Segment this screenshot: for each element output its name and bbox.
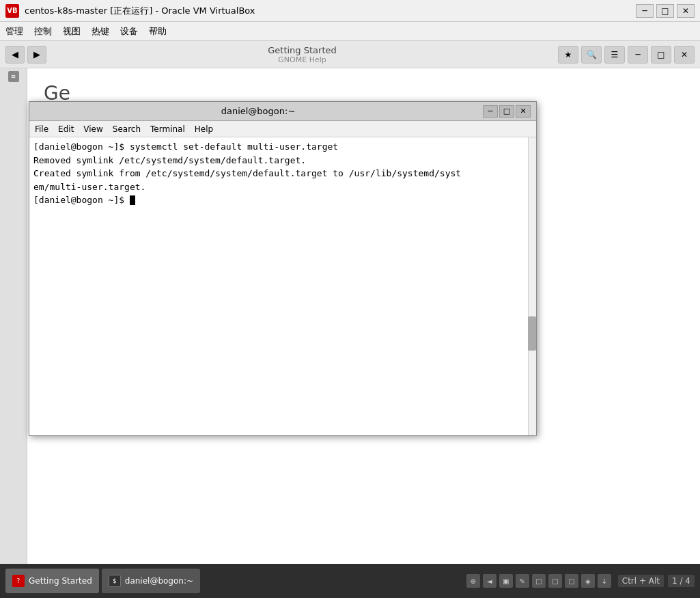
taskbar-right: ⊕ ◄ ▣ ✎ □ □ □ ◈ ↓ Ctrl + Alt 1 / 4 (466, 574, 695, 588)
tray-icon-7[interactable]: □ (565, 574, 578, 588)
help-sidebar-strip: ≡ (0, 68, 27, 564)
sidebar-strip-icon: ≡ (8, 71, 19, 82)
help-minimize-button[interactable]: ─ (628, 46, 648, 64)
help-maximize-button[interactable]: □ (651, 46, 671, 64)
terminal-titlebar: daniel@bogon:~ ─ □ ✕ (29, 102, 536, 121)
terminal-scroll-thumb[interactable] (528, 316, 536, 351)
terminal-body[interactable]: [daniel@bogon ~]$ systemctl set-default … (29, 137, 536, 435)
tray-icon-8[interactable]: ◈ (581, 574, 595, 588)
help-forward-button[interactable]: ▶ (27, 46, 46, 64)
terminal-line-3: Created symlink from /etc/systemd/system… (33, 167, 532, 180)
terminal-menu-help[interactable]: Help (195, 124, 213, 134)
tray-icon-5[interactable]: □ (532, 574, 546, 588)
terminal-menu-edit[interactable]: Edit (58, 124, 74, 134)
help-window-subtitle: GNOME Help (49, 55, 555, 64)
terminal-scrollbar[interactable] (528, 137, 536, 435)
help-bookmark-button[interactable]: ★ (558, 46, 578, 64)
tray-icon-6[interactable]: □ (548, 574, 562, 588)
taskbar-help-label: Getting Started (29, 576, 92, 586)
tray-icon-4[interactable]: ✎ (516, 574, 529, 588)
tray-icon-9[interactable]: ↓ (598, 574, 611, 588)
vbox-menu-help[interactable]: 帮助 (149, 25, 167, 38)
taskbar-item-terminal[interactable]: $ daniel@bogon:~ (102, 569, 200, 593)
terminal-menu-terminal[interactable]: Terminal (150, 124, 185, 134)
help-action-buttons: ★ 🔍 ☰ ─ □ ✕ (558, 46, 695, 64)
terminal-maximize-button[interactable]: □ (499, 105, 514, 118)
terminal-menubar: File Edit View Search Terminal Help (29, 121, 536, 137)
terminal-cursor (130, 195, 135, 205)
terminal-window: daniel@bogon:~ ─ □ ✕ File Edit View Sear… (29, 101, 537, 436)
terminal-menu-search[interactable]: Search (113, 124, 141, 134)
vbox-menu-view[interactable]: 视图 (63, 25, 81, 38)
terminal-menu-file[interactable]: File (35, 124, 48, 134)
terminal-line-2: Removed symlink /etc/systemd/system/defa… (33, 154, 532, 167)
taskbar-item-help[interactable]: ? Getting Started (5, 569, 99, 593)
vbox-menu-device[interactable]: 设备 (120, 25, 138, 38)
vbox-close-button[interactable]: ✕ (677, 4, 695, 18)
taskbar-terminal-icon: $ (109, 575, 121, 587)
terminal-menu-view[interactable]: View (83, 124, 102, 134)
taskbar-terminal-label: daniel@bogon:~ (125, 576, 193, 586)
tray-icon-1[interactable]: ⊕ (466, 574, 480, 588)
vbox-menu-hotkey[interactable]: 热键 (92, 25, 109, 38)
vbox-maximize-button[interactable]: □ (656, 4, 674, 18)
vbox-title: centos-k8s-master [正在运行] - Oracle VM Vir… (25, 5, 636, 17)
ctrl-alt-label: Ctrl + Alt (618, 575, 664, 587)
taskbar-help-icon: ? (12, 575, 25, 587)
taskbar-tray: ⊕ ◄ ▣ ✎ □ □ □ ◈ ↓ (466, 574, 611, 588)
vbox-minimize-button[interactable]: ─ (636, 4, 654, 18)
terminal-line-1: [daniel@bogon ~]$ systemctl set-default … (33, 140, 532, 154)
tray-icon-2[interactable]: ◄ (483, 574, 496, 588)
help-back-button[interactable]: ◀ (5, 46, 25, 64)
vbox-menu-manage[interactable]: 管理 (5, 25, 23, 38)
help-window-title: Getting Started (49, 45, 555, 55)
vbox-menu-control[interactable]: 控制 (34, 25, 52, 38)
terminal-minimize-button[interactable]: ─ (483, 105, 498, 118)
terminal-title: daniel@bogon:~ (35, 106, 481, 116)
terminal-close-button[interactable]: ✕ (516, 105, 531, 118)
help-search-button[interactable]: 🔍 (581, 46, 602, 64)
taskbar-page-info: 1 / 4 (668, 575, 695, 587)
help-close-button[interactable]: ✕ (674, 46, 695, 64)
help-title-area: Getting Started GNOME Help (49, 45, 555, 64)
terminal-line-5: [daniel@bogon ~]$ (33, 193, 532, 207)
gnome-taskbar: ? Getting Started $ daniel@bogon:~ ⊕ ◄ ▣… (0, 564, 700, 598)
tray-icon-3[interactable]: ▣ (499, 574, 513, 588)
help-menu-button[interactable]: ☰ (604, 46, 625, 64)
vbox-window-controls: ─ □ ✕ (636, 4, 695, 18)
vbox-menubar: 管理 控制 视图 热键 设备 帮助 (0, 22, 700, 41)
vbox-app-icon: VB (5, 4, 19, 18)
terminal-line-4: em/multi-user.target. (33, 180, 532, 194)
vbox-titlebar: VB centos-k8s-master [正在运行] - Oracle VM … (0, 0, 700, 22)
help-toolbar: ◀ ▶ Getting Started GNOME Help ★ 🔍 ☰ ─ □… (0, 41, 700, 68)
